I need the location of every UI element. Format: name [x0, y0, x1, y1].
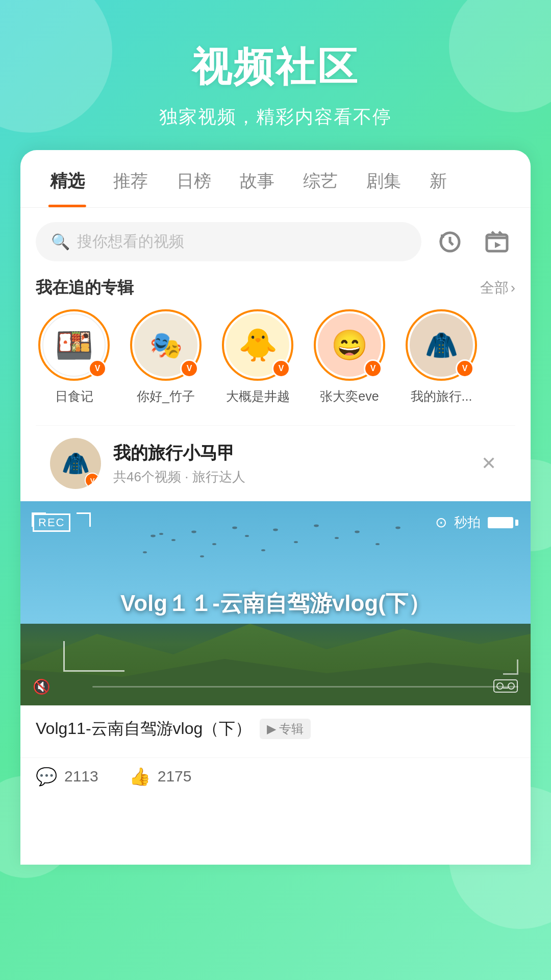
svg-point-6	[191, 531, 196, 533]
video-bottom-controls: 🔇	[33, 678, 518, 695]
svg-point-21	[497, 683, 503, 689]
vip-badge-3: V	[272, 359, 290, 378]
channel-name: 我的旅行小马甲	[113, 442, 464, 465]
channel-info: 我的旅行小马甲 共46个视频 · 旅行达人	[113, 442, 464, 486]
channel-vip-badge: V	[85, 473, 100, 488]
avatar-list: 🍱 V 日食记 🎭 V 你好_竹子 🐥 V 大概是井越 😄	[20, 309, 531, 420]
search-area: 🔍 搜你想看的视频	[20, 208, 531, 272]
nav-tabs: 精选 推荐 日榜 故事 综艺 剧集 新	[20, 150, 531, 208]
tab-variety[interactable]: 综艺	[289, 150, 352, 207]
svg-point-16	[395, 527, 400, 529]
like-count: 2175	[158, 768, 192, 785]
folder-video-icon	[485, 230, 509, 254]
tab-recommended[interactable]: 推荐	[99, 150, 162, 207]
video-label: 秒拍	[454, 513, 481, 531]
video-stats: 💬 2113 👍 2175	[20, 757, 531, 802]
comment-icon: 💬	[36, 766, 57, 787]
svg-point-17	[143, 551, 147, 553]
battery-icon	[488, 517, 518, 528]
video-title: Volg11-云南自驾游vlog（下）	[36, 718, 252, 740]
svg-point-18	[200, 555, 204, 557]
channel-avatar: 🧥 V	[50, 438, 101, 489]
comment-stat: 💬 2113	[36, 766, 98, 787]
video-circle-icon: ⊙	[435, 514, 447, 531]
vip-badge-2: V	[180, 359, 198, 378]
avatar-ring-3: 🐥 V	[222, 309, 293, 381]
list-item[interactable]: 🎭 V 你好_竹子	[128, 309, 204, 405]
corner-bl	[63, 641, 124, 672]
main-card: 精选 推荐 日榜 故事 综艺 剧集 新 🔍 搜你想看的视频	[20, 150, 531, 865]
svg-marker-2	[495, 242, 501, 248]
page-subtitle: 独家视频，精彩内容看不停	[0, 105, 551, 130]
vip-badge-5: V	[456, 359, 474, 378]
svg-point-22	[508, 683, 514, 689]
svg-point-3	[151, 535, 156, 537]
tab-story[interactable]: 故事	[226, 150, 289, 207]
following-section-header: 我在追的专辑 全部 ›	[20, 272, 531, 309]
list-item[interactable]: 🧥 V 我的旅行...	[403, 309, 480, 405]
avatar-label-1: 日食记	[55, 388, 93, 405]
avatar-label-5: 我的旅行...	[411, 388, 472, 405]
tab-new[interactable]: 新	[415, 150, 461, 207]
list-item[interactable]: 🍱 V 日食记	[36, 309, 112, 405]
video-player[interactable]: REC ⊙ 秒拍 Volg１１-云南自驾游vlog(下） 🔇	[20, 501, 531, 705]
svg-point-14	[355, 531, 360, 533]
following-more-button[interactable]: 全部 ›	[480, 278, 515, 298]
volume-icon[interactable]: 🔇	[33, 678, 51, 695]
video-album-tag[interactable]: ▶ 专辑	[260, 719, 311, 739]
svg-point-19	[261, 549, 265, 551]
tab-daily[interactable]: 日榜	[162, 150, 226, 207]
svg-point-8	[232, 527, 237, 529]
page-header: 视频社区 独家视频，精彩内容看不停	[0, 0, 551, 150]
avatar-label-4: 张大奕eve	[320, 388, 379, 405]
like-stat: 👍 2175	[129, 766, 192, 787]
like-icon: 👍	[129, 766, 151, 787]
corner-tr-rec	[77, 512, 91, 527]
channel-card[interactable]: 🧥 V 我的旅行小马甲 共46个视频 · 旅行达人 ✕	[36, 425, 515, 501]
avatar-label-2: 你好_竹子	[137, 388, 195, 405]
svg-point-15	[375, 543, 380, 545]
video-info: Volg11-云南自驾游vlog（下） ▶ 专辑	[20, 705, 531, 757]
svg-point-13	[335, 537, 339, 539]
tab-drama[interactable]: 剧集	[352, 150, 415, 207]
avatar-label-3: 大概是井越	[226, 388, 290, 405]
progress-bar[interactable]	[92, 686, 518, 688]
corner-br	[503, 659, 518, 675]
avatar-ring-5: 🧥 V	[406, 309, 477, 381]
comment-count: 2113	[64, 768, 98, 785]
play-icon: ▶	[267, 722, 276, 736]
svg-point-9	[245, 535, 249, 537]
page-title: 视频社区	[0, 41, 551, 94]
chevron-right-icon: ›	[511, 280, 515, 296]
close-button[interactable]: ✕	[477, 451, 501, 476]
vip-badge-1: V	[88, 359, 107, 378]
svg-point-5	[171, 539, 176, 541]
history-button[interactable]	[432, 224, 468, 260]
corner-tl	[32, 512, 46, 527]
search-bar[interactable]: 🔍 搜你想看的视频	[36, 222, 421, 261]
avatar-ring-4: 😄 V	[314, 309, 385, 381]
avatar-ring-2: 🎭 V	[130, 309, 202, 381]
search-input[interactable]: 搜你想看的视频	[77, 231, 184, 252]
cassette-icon	[493, 677, 518, 695]
svg-point-12	[314, 525, 319, 527]
cassette-area	[493, 677, 518, 695]
tab-featured[interactable]: 精选	[36, 150, 99, 207]
video-title-row: Volg11-云南自驾游vlog（下） ▶ 专辑	[36, 718, 515, 740]
list-item[interactable]: 😄 V 张大奕eve	[311, 309, 388, 405]
following-title: 我在追的专辑	[36, 277, 134, 299]
avatar-ring-1: 🍱 V	[38, 309, 110, 381]
list-item[interactable]: 🐥 V 大概是井越	[219, 309, 296, 405]
video-top-controls: ⊙ 秒拍	[435, 513, 518, 531]
svg-point-11	[294, 541, 298, 543]
history-icon	[438, 230, 462, 254]
svg-point-7	[212, 543, 216, 545]
vip-badge-4: V	[364, 359, 382, 378]
svg-point-10	[273, 529, 278, 531]
video-search-button[interactable]	[479, 224, 515, 260]
search-icon: 🔍	[51, 233, 70, 251]
channel-meta: 共46个视频 · 旅行达人	[113, 468, 464, 486]
video-overlay-title: Volg１１-云南自驾游vlog(下）	[120, 589, 431, 619]
svg-point-4	[159, 533, 163, 535]
